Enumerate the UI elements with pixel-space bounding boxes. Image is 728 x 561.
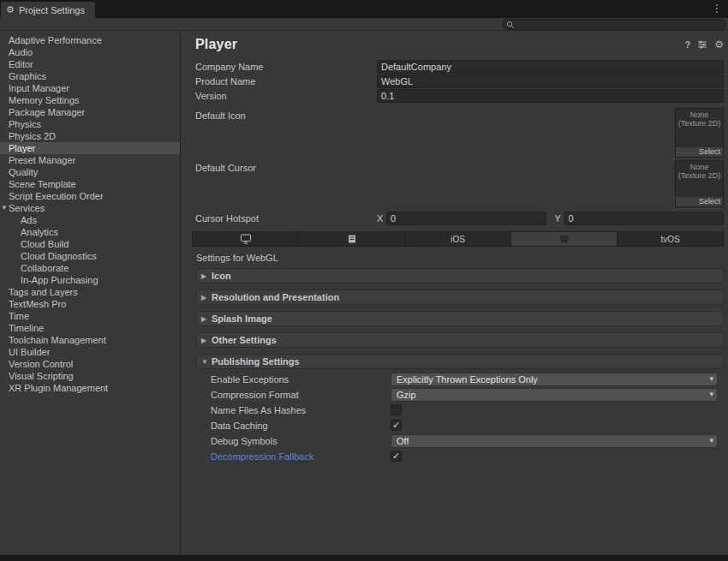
sidebar-item-label: Player: [9, 143, 35, 153]
object-select-button[interactable]: Select: [676, 197, 723, 206]
search-box[interactable]: [502, 19, 726, 30]
disclosure-triangle-icon[interactable]: ▼: [1, 202, 9, 214]
sidebar-item[interactable]: Ads: [0, 214, 180, 226]
default-cursor-row: Default Cursor None (Texture 2D) Select: [195, 160, 724, 209]
server-icon: [347, 234, 357, 244]
sidebar-item[interactable]: Analytics: [0, 226, 180, 238]
section-header[interactable]: ▶ Other Settings: [196, 332, 724, 348]
section-header[interactable]: ▶ Icon: [196, 268, 724, 283]
sidebar-item[interactable]: Script Execution Order: [0, 190, 180, 202]
decompression-fallback-label[interactable]: Decompression Fallback: [211, 451, 391, 462]
x-axis-label: X: [377, 213, 386, 224]
debug-symbols-row: Debug Symbols Off ▾: [196, 433, 724, 448]
tab-standalone[interactable]: [193, 232, 298, 246]
sidebar-item[interactable]: Player: [0, 142, 180, 154]
sidebar-item[interactable]: Cloud Diagnostics: [0, 250, 180, 262]
decompression-fallback-checkbox[interactable]: [391, 451, 402, 462]
sidebar-item-label: Script Execution Order: [9, 191, 104, 201]
data-caching-row: Data Caching: [196, 418, 724, 433]
dropdown-value: Off: [397, 436, 409, 446]
section-title: Other Settings: [212, 335, 277, 345]
tab-webgl[interactable]: [511, 232, 617, 246]
presets-icon[interactable]: [697, 39, 707, 50]
tab-tvos[interactable]: tvOS: [618, 232, 723, 246]
section-header[interactable]: ▶ Splash Image: [196, 311, 724, 326]
sidebar-item[interactable]: Cloud Build: [0, 238, 180, 250]
project-settings-tab[interactable]: ⚙ Project Settings: [1, 2, 95, 18]
sidebar-item[interactable]: Memory Settings: [0, 94, 180, 106]
sidebar-item-label: Timeline: [9, 323, 44, 333]
sidebar-item[interactable]: XR Plugin Management: [0, 382, 180, 394]
publishing-settings-body: Enable Exceptions Explicitly Thrown Exce…: [196, 372, 724, 464]
sidebar-item[interactable]: Physics 2D: [0, 130, 180, 142]
y-axis-label: Y: [555, 213, 564, 224]
sidebar-item[interactable]: TextMesh Pro: [0, 298, 180, 310]
sidebar-item[interactable]: Collaborate: [0, 262, 180, 274]
sidebar-item[interactable]: UI Builder: [0, 346, 180, 358]
data-caching-checkbox[interactable]: [391, 420, 402, 431]
sidebar-item-label: XR Plugin Management: [9, 383, 108, 393]
cursor-hotspot-x-input[interactable]: [386, 212, 546, 225]
sidebar-item[interactable]: Preset Manager: [0, 154, 180, 166]
sidebar-item[interactable]: Editor: [0, 58, 180, 70]
sidebar-item[interactable]: In-App Purchasing: [0, 274, 180, 286]
default-icon-object-field[interactable]: None (Texture 2D) Select: [675, 108, 724, 158]
search-icon: [506, 21, 515, 29]
name-files-as-hashes-label: Name Files As Hashes: [211, 405, 391, 415]
gear-icon[interactable]: ⚙: [714, 39, 724, 50]
sidebar-item[interactable]: Time: [0, 310, 180, 322]
tab-dedicated-server[interactable]: [299, 232, 404, 246]
debug-symbols-dropdown[interactable]: Off ▾: [391, 434, 718, 448]
cursor-hotspot-y-input[interactable]: [564, 212, 725, 225]
sidebar-item-label: Services: [9, 203, 45, 213]
chevron-down-icon: ▾: [709, 374, 713, 383]
enable-exceptions-dropdown[interactable]: Explicitly Thrown Exceptions Only ▾: [391, 373, 718, 386]
company-name-input[interactable]: [377, 60, 724, 74]
sidebar-item[interactable]: Visual Scripting: [0, 370, 180, 382]
sidebar-item[interactable]: Adaptive Performance: [0, 34, 180, 46]
sidebar-item[interactable]: Scene Template: [0, 178, 180, 190]
sidebar-item[interactable]: Timeline: [0, 322, 180, 334]
default-cursor-object-field[interactable]: None (Texture 2D) Select: [675, 160, 724, 207]
name-files-as-hashes-checkbox[interactable]: [391, 404, 402, 415]
default-cursor-label: Default Cursor: [195, 160, 724, 173]
settings-for-label: Settings for WebGL: [196, 253, 278, 263]
sidebar-item-label: Time: [9, 311, 29, 321]
sidebar-item-label: Preset Manager: [9, 155, 75, 165]
section-header[interactable]: ▼ Publishing Settings: [196, 354, 724, 369]
tab-ios[interactable]: iOS: [405, 232, 510, 246]
help-icon[interactable]: ?: [685, 40, 691, 50]
window-menu-icon[interactable]: ⋮: [712, 3, 722, 15]
version-input[interactable]: [377, 89, 724, 103]
search-input[interactable]: [517, 20, 722, 29]
sidebar-item[interactable]: Package Manager: [0, 106, 180, 118]
compression-format-dropdown[interactable]: Gzip ▾: [391, 388, 718, 402]
foldout-triangle-icon: ▶: [201, 294, 212, 301]
sidebar-item[interactable]: Quality: [0, 166, 180, 178]
sidebar-item-label: Version Control: [9, 359, 73, 369]
sidebar-item-label: Editor: [9, 59, 33, 69]
sidebar-item[interactable]: Audio: [0, 46, 180, 58]
object-select-button[interactable]: Select: [676, 147, 723, 157]
window-tab-title: Project Settings: [19, 5, 85, 15]
sidebar-item[interactable]: Toolchain Management: [0, 334, 180, 346]
settings-gear-icon: ⚙: [6, 5, 15, 15]
sidebar-item[interactable]: Physics: [0, 118, 180, 130]
sidebar-item[interactable]: Input Manager: [0, 82, 180, 94]
company-name-label: Company Name: [195, 62, 377, 72]
sidebar-item[interactable]: ▼ Services: [0, 202, 180, 214]
main-header: Player ? ⚙: [195, 34, 724, 55]
enable-exceptions-label: Enable Exceptions: [211, 374, 391, 385]
sidebar-item[interactable]: Graphics: [0, 70, 180, 82]
sidebar-item-label: Physics 2D: [9, 131, 56, 141]
toolbar: [0, 18, 728, 31]
object-none-text: None (Texture 2D): [676, 109, 723, 128]
sidebar-item[interactable]: Version Control: [0, 358, 180, 370]
company-name-row: Company Name: [195, 59, 724, 74]
section-header[interactable]: ▶ Resolution and Presentation: [196, 289, 724, 305]
product-name-input[interactable]: [377, 75, 724, 88]
identity-fields: Company Name Product Name Version: [195, 59, 724, 103]
section-title: Splash Image: [212, 313, 272, 324]
sidebar-item-label: UI Builder: [9, 347, 50, 357]
sidebar-item[interactable]: Tags and Layers: [0, 286, 180, 298]
